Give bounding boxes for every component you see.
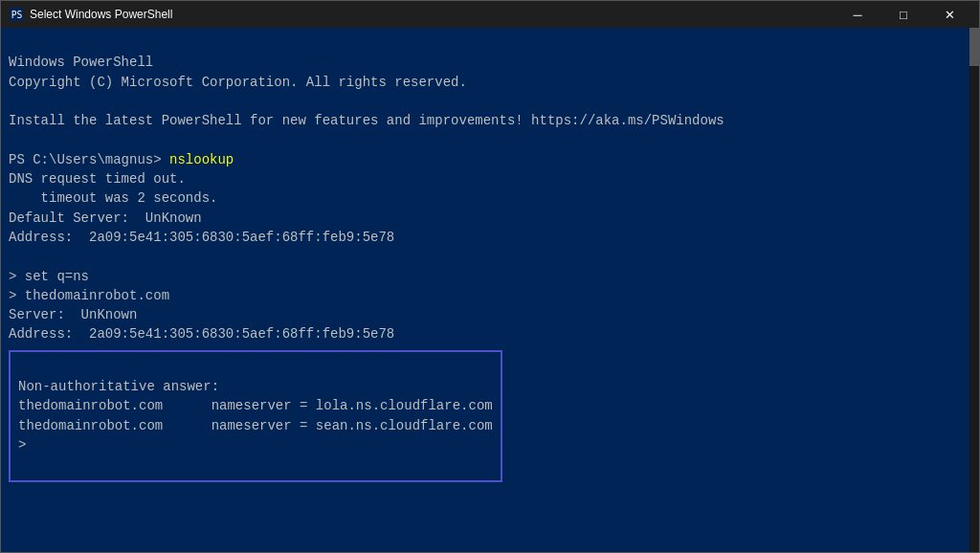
- svg-text:PS: PS: [11, 10, 23, 20]
- non-auth-content: Non-authoritative answer: thedomainrobot…: [18, 358, 493, 475]
- line-15: Address: 2a09:5e41:305:6830:5aef:68ff:fe…: [9, 326, 394, 342]
- line-2: Copyright (C) Microsoft Corporation. All…: [9, 75, 467, 90]
- scrollbar[interactable]: [969, 28, 979, 552]
- terminal-output: Windows PowerShell Copyright (C) Microso…: [9, 33, 971, 344]
- line-10: Address: 2a09:5e41:305:6830:5aef:68ff:fe…: [9, 230, 394, 245]
- line-9: Default Server: UnKnown: [9, 210, 202, 226]
- titlebar-left: PS Select Windows PowerShell: [9, 7, 172, 22]
- powershell-icon: PS: [9, 7, 24, 22]
- line-1: Windows PowerShell: [9, 55, 153, 70]
- powershell-window: PS Select Windows PowerShell ─ □ ✕ Windo…: [0, 0, 980, 553]
- line-8: timeout was 2 seconds.: [9, 190, 217, 206]
- titlebar: PS Select Windows PowerShell ─ □ ✕: [1, 1, 979, 28]
- close-button[interactable]: ✕: [927, 1, 971, 28]
- minimize-button[interactable]: ─: [835, 1, 880, 28]
- terminal-body[interactable]: Windows PowerShell Copyright (C) Microso…: [1, 28, 979, 552]
- window-controls: ─ □ ✕: [835, 1, 971, 28]
- maximize-button[interactable]: □: [881, 1, 925, 28]
- ns-line-2: thedomainrobot.com nameserver = sean.ns.…: [18, 418, 493, 433]
- line-7: DNS request timed out.: [9, 171, 186, 187]
- line-4: Install the latest PowerShell for new fe…: [9, 113, 724, 128]
- command-nslookup: nslookup: [169, 152, 234, 167]
- line-12: > set q=ns: [9, 269, 89, 284]
- scrollbar-thumb[interactable]: [969, 28, 979, 66]
- non-auth-header: Non-authoritative answer:: [18, 379, 219, 394]
- line-14: Server: UnKnown: [9, 307, 137, 322]
- line-13: > thedomainrobot.com: [9, 288, 169, 303]
- ns-line-1: thedomainrobot.com nameserver = lola.ns.…: [18, 398, 493, 413]
- non-authoritative-block: Non-authoritative answer: thedomainrobot…: [9, 350, 502, 482]
- line-6: PS C:\Users\magnus> nslookup: [9, 152, 234, 167]
- prompt-end: >: [18, 437, 26, 453]
- window-title: Select Windows PowerShell: [30, 8, 172, 21]
